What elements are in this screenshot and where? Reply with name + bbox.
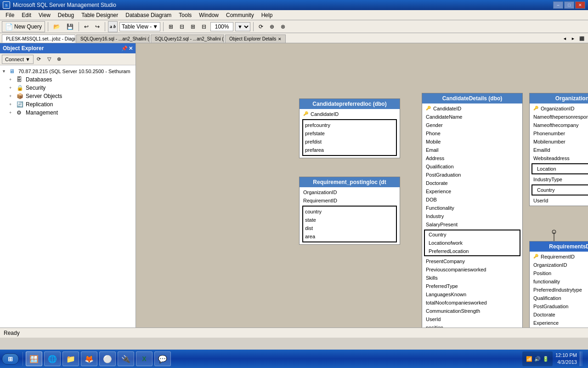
- management-expand-icon[interactable]: +: [9, 110, 17, 115]
- taskbar-explorer[interactable]: 🪟: [26, 351, 42, 366]
- field-row: 🔑 OrganizationID: [530, 104, 588, 113]
- field-row: position: [422, 323, 522, 328]
- menu-view[interactable]: View: [35, 10, 54, 20]
- tab-oe-details[interactable]: Object Explorer Details ✕: [225, 34, 286, 43]
- table-requirementsdetailsf-body: 🔑 RequirementID OrganizationID Position …: [530, 252, 588, 328]
- table-candidatepreferredloc-header: Candidatepreferredloc (dbo): [300, 99, 400, 109]
- oe-connect-button[interactable]: Connect ▼: [2, 55, 34, 64]
- tree-replication[interactable]: + 🔄 Replication: [0, 100, 136, 109]
- tab-scroll-right[interactable]: ►: [569, 34, 576, 43]
- toolbar-btn2[interactable]: ↪: [93, 21, 102, 32]
- dropdown-arrow-icon: ▼: [153, 23, 158, 30]
- tab-sqlquery2[interactable]: SQLQuery12.sql - ...an2_Shalini (680)) ✕: [151, 34, 224, 43]
- tree-databases[interactable]: + 🗄 Databases: [0, 75, 136, 84]
- field-row: Experience: [530, 319, 588, 327]
- app-icon: S: [3, 1, 10, 9]
- taskbar-ie[interactable]: 🌐: [44, 351, 61, 366]
- open-file-button[interactable]: 📂: [51, 21, 62, 32]
- diagram-canvas[interactable]: Candidatepreferredloc (dbo) 🔑 CandidateI…: [136, 43, 588, 328]
- svg-point-1: [552, 230, 556, 234]
- taskbar-network[interactable]: 🔌: [118, 351, 134, 366]
- save-button[interactable]: 💾: [64, 21, 76, 32]
- toolbar-icon6[interactable]: ⊕: [267, 21, 277, 32]
- tab-diagram[interactable]: PLESK-MSSQL1.set...jobz - Diagram_1* ✕: [2, 34, 75, 43]
- oe-pin-icon[interactable]: 📌: [121, 46, 128, 52]
- table-view-dropdown[interactable]: Table View - ▼: [119, 22, 160, 31]
- table-candidatedetails-header: CandidateDetails (dbo): [422, 93, 522, 104]
- battery-icon: 🔋: [543, 356, 549, 362]
- table-candidatedetails[interactable]: CandidateDetails (dbo) 🔑 CandidateID Can…: [422, 93, 523, 328]
- menu-database-diagram[interactable]: Database Diagram: [122, 10, 175, 20]
- field-row: CommunicationStrength: [422, 307, 522, 315]
- tab-oe-details-label: Object Explorer Details: [229, 36, 276, 41]
- menu-edit[interactable]: Edit: [18, 10, 35, 20]
- databases-expand-icon[interactable]: +: [9, 77, 17, 82]
- toolbar-icon5[interactable]: ⟳: [256, 21, 266, 32]
- field-row: 🔑 CandidateID: [300, 110, 400, 118]
- oe-refresh-button[interactable]: ⟳: [34, 55, 44, 64]
- zoom-dropdown[interactable]: ▼: [235, 22, 250, 31]
- toolbar-btn3[interactable]: a b: [108, 21, 118, 32]
- main-area: PLESK-MSSQL1.set...jobz - Diagram_1* ✕ S…: [0, 33, 588, 328]
- new-query-label: New Query: [14, 23, 42, 30]
- menu-table-designer[interactable]: Table Designer: [78, 10, 122, 20]
- window-controls: – □ ✕: [553, 1, 585, 9]
- server-expand-icon[interactable]: ▼: [2, 69, 9, 74]
- field-row: Budget: [530, 327, 588, 328]
- tab-expand[interactable]: ⬛: [577, 34, 586, 43]
- taskbar-talk[interactable]: 💬: [154, 351, 171, 366]
- toolbar-icon1[interactable]: ⊞: [166, 21, 175, 32]
- field-row: Phone: [422, 129, 522, 138]
- tab-sqlquery1[interactable]: SQLQuery16.sql - ...an2_Shalini (879)) ✕: [76, 34, 150, 43]
- field-row: OrganizationID: [530, 261, 588, 269]
- toolbar-icon3[interactable]: ⊞: [188, 21, 198, 32]
- toolbar-icon7[interactable]: ⊗: [278, 21, 288, 32]
- field-row: Skills: [422, 274, 522, 282]
- security-expand-icon[interactable]: +: [9, 86, 17, 90]
- field-row: PreferredLocation: [425, 247, 520, 255]
- taskbar-folder[interactable]: 📁: [62, 351, 79, 366]
- server-label: 70.87.28.215 (SQL Server 10.50.2500 - Se…: [18, 69, 130, 74]
- oe-close-icon[interactable]: ✕: [129, 46, 133, 52]
- replication-expand-icon[interactable]: +: [9, 102, 17, 107]
- field-row: OrganizationID: [300, 188, 400, 196]
- menu-debug[interactable]: Debug: [54, 10, 78, 20]
- table-requirementsdetailsf[interactable]: RequirementsDetailsf 🔑 RequirementID Org…: [529, 241, 588, 328]
- new-query-button[interactable]: 📄 New Query: [2, 21, 45, 32]
- toolbar-btn1[interactable]: ↩: [82, 21, 91, 32]
- minimize-button[interactable]: –: [553, 1, 563, 9]
- menu-help[interactable]: Help: [258, 10, 277, 20]
- talk-icon: 💬: [158, 355, 167, 363]
- oe-stop-button[interactable]: ⊗: [55, 55, 64, 64]
- field-row: prefdist: [303, 138, 396, 146]
- maximize-button[interactable]: □: [564, 1, 574, 9]
- toolbar-icon2[interactable]: ⊟: [177, 21, 187, 32]
- tree-management[interactable]: + ⚙ Management: [0, 109, 136, 117]
- tab-scroll-left[interactable]: ◄: [560, 34, 568, 43]
- taskbar-chrome[interactable]: ⚪: [99, 351, 116, 366]
- show-desktop-button[interactable]: [580, 351, 582, 366]
- table-requirement-postingloc[interactable]: Requirement_postingloc (dt OrganizationI…: [299, 177, 400, 245]
- zoom-input[interactable]: [210, 22, 233, 31]
- taskbar-firefox[interactable]: 🦊: [81, 351, 97, 366]
- menu-community[interactable]: Community: [222, 10, 258, 20]
- field-dist: dist: [303, 224, 396, 232]
- start-button[interactable]: ⊞: [2, 353, 19, 365]
- table-organization[interactable]: Organization (dbo) 🔑 OrganizationID Name…: [529, 93, 588, 206]
- tab-oe-details-close[interactable]: ✕: [278, 37, 282, 41]
- table-candidatepreferredloc[interactable]: Candidatepreferredloc (dbo) 🔑 CandidateI…: [299, 98, 400, 158]
- tree-security[interactable]: + 🔒 Security: [0, 84, 136, 92]
- tree-server-objects[interactable]: + 📦 Server Objects: [0, 92, 136, 100]
- toolbar-icon4[interactable]: ⊟: [199, 21, 209, 32]
- close-button[interactable]: ✕: [575, 1, 585, 9]
- databases-label: Databases: [26, 76, 52, 83]
- tree-server[interactable]: ▼ 🖥 70.87.28.215 (SQL Server 10.50.2500 …: [0, 67, 136, 75]
- menu-bar: File Edit View Debug Table Designer Data…: [0, 10, 588, 20]
- taskbar-excel[interactable]: X: [136, 351, 153, 366]
- oe-filter-button[interactable]: ▽: [45, 55, 54, 64]
- menu-tools[interactable]: Tools: [175, 10, 195, 20]
- serverobj-expand-icon[interactable]: +: [9, 94, 17, 98]
- menu-file[interactable]: File: [2, 10, 18, 20]
- menu-window[interactable]: Window: [195, 10, 222, 20]
- status-text: Ready: [4, 330, 20, 336]
